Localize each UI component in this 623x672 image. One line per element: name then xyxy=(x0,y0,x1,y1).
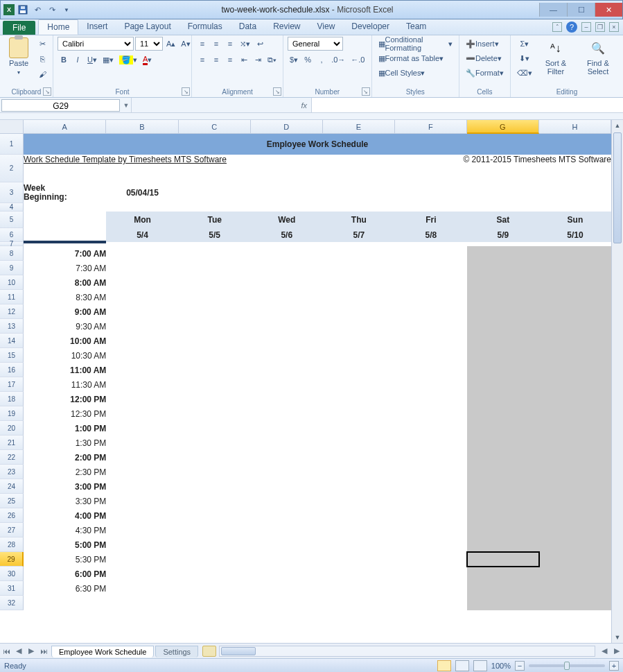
cell-H19[interactable] xyxy=(539,406,611,421)
cell-F31[interactable] xyxy=(395,581,467,596)
scroll-up-icon[interactable]: ▲ xyxy=(612,120,623,131)
cell-H21[interactable] xyxy=(539,436,611,450)
cell-H3[interactable] xyxy=(539,182,611,203)
percent-format-button[interactable]: % xyxy=(301,53,314,67)
cell-G23[interactable] xyxy=(467,465,539,479)
cell-C14[interactable] xyxy=(179,334,251,348)
cell-G29[interactable] xyxy=(467,552,539,567)
cell-G20[interactable] xyxy=(467,421,539,436)
align-top-button[interactable]: ≡ xyxy=(196,37,209,51)
name-box[interactable]: G29 xyxy=(1,99,120,112)
scroll-down-icon[interactable]: ▼ xyxy=(612,632,623,643)
cell-G26[interactable] xyxy=(467,508,539,523)
vertical-scroll-thumb[interactable] xyxy=(613,132,622,243)
cell-D27[interactable] xyxy=(251,523,323,537)
cell-C27[interactable] xyxy=(179,523,251,537)
cell-D8[interactable] xyxy=(251,246,323,261)
cell-G3[interactable] xyxy=(467,182,539,203)
insert-cells-button[interactable]: ➕ Insert ▾ xyxy=(464,37,501,51)
cell-H23[interactable] xyxy=(539,465,611,479)
cell-B15[interactable] xyxy=(106,348,178,363)
cell-F13[interactable] xyxy=(395,319,467,334)
copy-button[interactable]: ⎘ xyxy=(36,52,49,66)
cell-C23[interactable] xyxy=(179,465,251,479)
cell-F10[interactable] xyxy=(395,275,467,290)
format-cells-button[interactable]: 🔧 Format ▾ xyxy=(464,66,506,80)
cell-B10[interactable] xyxy=(106,275,178,290)
horizontal-scrollbar[interactable] xyxy=(219,646,595,657)
window-minimize-button[interactable]: — xyxy=(539,3,567,17)
qat-redo-icon[interactable]: ↷ xyxy=(46,3,58,16)
cell-C24[interactable] xyxy=(179,479,251,494)
row-header-8[interactable]: 8 xyxy=(0,246,24,261)
cell-C9[interactable] xyxy=(179,261,251,275)
row-header-24[interactable]: 24 xyxy=(0,479,24,494)
decrease-indent-button[interactable]: ⇤ xyxy=(238,53,250,67)
cell-C30[interactable] xyxy=(179,567,251,581)
sheet-nav-first-icon[interactable]: ⏮ xyxy=(0,647,12,655)
cell-H8[interactable] xyxy=(539,246,611,261)
cell-styles-button[interactable]: ▦ Cell Styles ▾ xyxy=(376,66,428,80)
cell-E18[interactable] xyxy=(323,392,395,406)
cell-B8[interactable] xyxy=(106,246,178,261)
cell-E10[interactable] xyxy=(323,275,395,290)
cell-H28[interactable] xyxy=(539,537,611,552)
cell-D25[interactable] xyxy=(251,494,323,508)
cell-D9[interactable] xyxy=(251,261,323,275)
cell-C18[interactable] xyxy=(179,392,251,406)
scroll-left-icon[interactable]: ◀ xyxy=(598,646,611,655)
cell-H10[interactable] xyxy=(539,275,611,290)
cell-B14[interactable] xyxy=(106,334,178,348)
cell-G9[interactable] xyxy=(467,261,539,275)
tab-formulas[interactable]: Formulas xyxy=(179,19,231,35)
row-header-18[interactable]: 18 xyxy=(0,392,24,406)
zoom-in-button[interactable]: + xyxy=(609,661,619,671)
cell-C4[interactable] xyxy=(179,203,251,212)
cell-G8[interactable] xyxy=(467,246,539,261)
cell-B28[interactable] xyxy=(106,537,178,552)
cell-F23[interactable] xyxy=(395,465,467,479)
cell-H22[interactable] xyxy=(539,450,611,465)
cell-B27[interactable] xyxy=(106,523,178,537)
cell-G21[interactable] xyxy=(467,436,539,450)
cell-F19[interactable] xyxy=(395,406,467,421)
cell-G11[interactable] xyxy=(467,290,539,304)
cell-B25[interactable] xyxy=(106,494,178,508)
cell-B29[interactable] xyxy=(106,552,178,567)
cell-E9[interactable] xyxy=(323,261,395,275)
increase-indent-button[interactable]: ⇥ xyxy=(252,53,264,67)
cell-H16[interactable] xyxy=(539,363,611,377)
cell-C32[interactable] xyxy=(179,596,251,610)
cell-F25[interactable] xyxy=(395,494,467,508)
zoom-out-button[interactable]: − xyxy=(515,661,525,671)
cell-B12[interactable] xyxy=(106,304,178,319)
fill-color-button[interactable]: 🪣▾ xyxy=(117,53,139,67)
cell-E28[interactable] xyxy=(323,537,395,552)
cell-E26[interactable] xyxy=(323,508,395,523)
delete-cells-button[interactable]: ➖ Delete ▾ xyxy=(464,51,504,65)
cell-H18[interactable] xyxy=(539,392,611,406)
cell-B11[interactable] xyxy=(106,290,178,304)
autosum-button[interactable]: Σ▾ xyxy=(515,37,534,51)
cell-G14[interactable] xyxy=(467,334,539,348)
sheet-tab-settings[interactable]: Settings xyxy=(155,646,198,657)
cell-F17[interactable] xyxy=(395,377,467,392)
cell-H31[interactable] xyxy=(539,581,611,596)
cell-E30[interactable] xyxy=(323,567,395,581)
row-header-21[interactable]: 21 xyxy=(0,436,24,450)
cell-D15[interactable] xyxy=(251,348,323,363)
cell-H9[interactable] xyxy=(539,261,611,275)
cell-C20[interactable] xyxy=(179,421,251,436)
cell-G17[interactable] xyxy=(467,377,539,392)
comma-format-button[interactable]: , xyxy=(315,53,328,67)
cell-H15[interactable] xyxy=(539,348,611,363)
cell-D28[interactable] xyxy=(251,537,323,552)
vertical-scrollbar[interactable]: ▲ ▼ xyxy=(611,120,623,643)
tab-view[interactable]: View xyxy=(309,19,344,35)
tab-data[interactable]: Data xyxy=(231,19,265,35)
cell-C29[interactable] xyxy=(179,552,251,567)
row-header-28[interactable]: 28 xyxy=(0,537,24,552)
tab-insert[interactable]: Insert xyxy=(78,19,116,35)
row-header-9[interactable]: 9 xyxy=(0,261,24,275)
cell-B16[interactable] xyxy=(106,363,178,377)
